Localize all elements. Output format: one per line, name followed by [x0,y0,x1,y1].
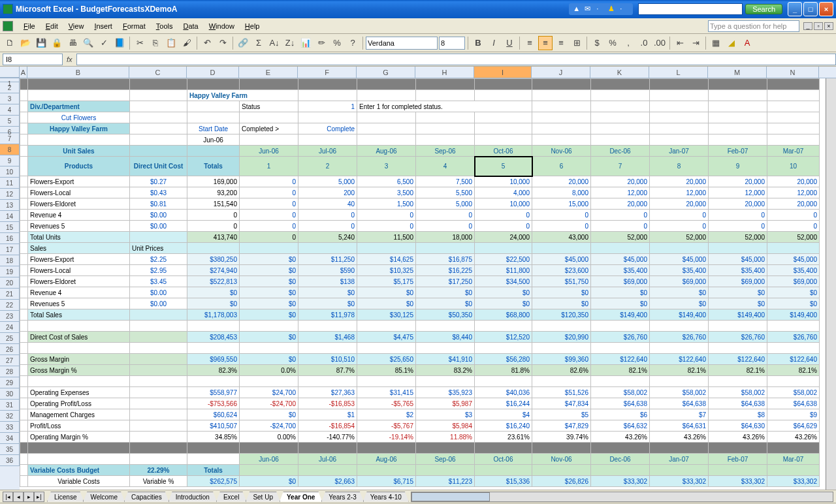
col-header-F[interactable]: F [298,67,357,78]
copy-icon[interactable]: ⎘ [148,36,163,50]
menu-window[interactable]: Window [204,21,240,31]
row-header-16[interactable]: 16 [0,233,20,244]
doc-restore[interactable]: ▫ [814,22,823,30]
row-header-36[interactable]: 36 [0,455,20,466]
sort-desc-icon[interactable]: Z↓ [283,36,297,50]
titlebar-search-button[interactable]: Search [745,4,782,14]
row-header-8[interactable]: 8 [0,144,20,155]
undo-icon[interactable]: ↶ [200,36,214,50]
office-icon[interactable] [3,21,13,31]
col-header-K[interactable]: K [590,67,649,78]
select-all-corner[interactable] [0,67,20,78]
hyperlink-icon[interactable]: 🔗 [236,36,250,50]
close-button[interactable]: × [819,2,833,16]
font-name-select[interactable] [366,37,438,50]
zoom-icon[interactable]: % [330,36,344,50]
minimize-button[interactable]: _ [788,2,802,16]
inc-decimal-icon[interactable]: .0 [637,36,651,50]
new-icon[interactable]: 🗋 [3,36,17,50]
row-header-21[interactable]: 21 [0,289,20,300]
tool-icon-3[interactable]: · [596,5,605,14]
menu-help[interactable]: Help [240,21,265,31]
menu-data[interactable]: Data [178,21,203,31]
doc-minimize[interactable]: _ [803,22,812,30]
row-header-24[interactable]: 24 [0,322,20,333]
cut-icon[interactable]: ✂ [133,36,147,50]
row-header-34[interactable]: 34 [0,433,20,444]
row-header-22[interactable]: 22 [0,300,20,311]
align-right-icon[interactable]: ≡ [554,36,568,50]
permission-icon[interactable]: 🔒 [50,36,64,50]
row-header-7[interactable]: 7 [0,133,20,144]
tab-prev[interactable]: ◂ [13,492,24,502]
tool-icon-4[interactable]: · [620,5,629,14]
sheet-tab-years-2-3[interactable]: Years 2-3 [321,492,363,502]
cells-area[interactable]: Happy Valley FarmDiv./DepartmentStatus1E… [20,78,836,490]
row-header-13[interactable]: 13 [0,200,20,211]
merge-icon[interactable]: ⊞ [570,36,584,50]
col-header-H[interactable]: H [415,67,474,78]
titlebar-search-input[interactable] [638,3,743,15]
col-header-L[interactable]: L [649,67,708,78]
col-header-C[interactable]: C [129,67,187,78]
bold-icon[interactable]: B [471,36,485,50]
help-icon[interactable]: ? [346,36,360,50]
sheet-tab-excel[interactable]: Excel [216,492,246,502]
row-header-9[interactable]: 9 [0,155,20,166]
row-header-11[interactable]: 11 [0,178,20,189]
open-icon[interactable]: 📂 [18,36,33,50]
row-header-20[interactable]: 20 [0,277,20,289]
align-left-icon[interactable]: ≡ [522,36,537,50]
paste-icon[interactable]: 📋 [164,36,178,50]
sheet-tab-welcome[interactable]: Welcome [83,492,125,502]
row-header-10[interactable]: 10 [0,166,20,178]
sheet-tab-license[interactable]: License [47,492,84,502]
row-header-3[interactable]: 3 [0,93,20,104]
fill-color-icon[interactable]: ◢ [724,36,739,50]
menu-insert[interactable]: Insert [89,21,118,31]
help-input[interactable] [708,20,799,32]
col-header-A[interactable]: A [20,67,27,78]
col-header-M[interactable]: M [708,67,767,78]
vertical-scrollbar[interactable] [826,78,836,490]
row-header-14[interactable]: 14 [0,211,20,222]
row-header-31[interactable]: 31 [0,400,20,411]
dec-indent-icon[interactable]: ⇤ [673,36,687,50]
spell-icon[interactable]: ✓ [97,36,111,50]
save-icon[interactable]: 💾 [34,36,48,50]
underline-icon[interactable]: U [502,36,517,50]
borders-icon[interactable]: ▦ [709,36,723,50]
formula-input[interactable] [76,54,836,65]
tool-icon-1[interactable]: ▲ [573,5,582,14]
sheet-tab-introduction[interactable]: Introduction [169,492,217,502]
col-header-B[interactable]: B [27,67,129,78]
chart-icon[interactable]: 📊 [298,36,313,50]
row-header-35[interactable]: 35 [0,444,20,455]
doc-close[interactable]: × [824,22,833,30]
name-box[interactable]: I8 [3,54,63,65]
row-header-2[interactable]: 2 [0,82,20,93]
fx-icon[interactable]: fx [67,55,72,63]
sheet-tab-set-up[interactable]: Set Up [246,492,280,502]
row-header-29[interactable]: 29 [0,377,20,388]
row-header-18[interactable]: 18 [0,255,20,266]
tab-last[interactable]: ▸| [34,492,44,502]
percent-icon[interactable]: % [605,36,620,50]
tool-icon-2[interactable]: ✉ [585,5,594,14]
row-header-23[interactable]: 23 [0,311,20,322]
currency-icon[interactable]: $ [590,36,604,50]
row-header-15[interactable]: 15 [0,222,20,233]
redo-icon[interactable]: ↷ [216,36,230,50]
row-header-12[interactable]: 12 [0,189,20,200]
preview-icon[interactable]: 🔍 [81,36,95,50]
row-header-17[interactable]: 17 [0,244,20,255]
col-header-N[interactable]: N [767,67,819,78]
tab-next[interactable]: ▸ [24,492,34,502]
col-header-G[interactable]: G [357,67,415,78]
row-header-6[interactable]: 6 [0,127,20,133]
row-header-4[interactable]: 4 [0,104,20,116]
sheet-tab-years-4-10[interactable]: Years 4-10 [363,492,409,502]
menu-file[interactable]: File [18,21,40,31]
sheet-tab-capacities[interactable]: Capacities [124,492,169,502]
row-header-5[interactable]: 5 [0,116,20,127]
